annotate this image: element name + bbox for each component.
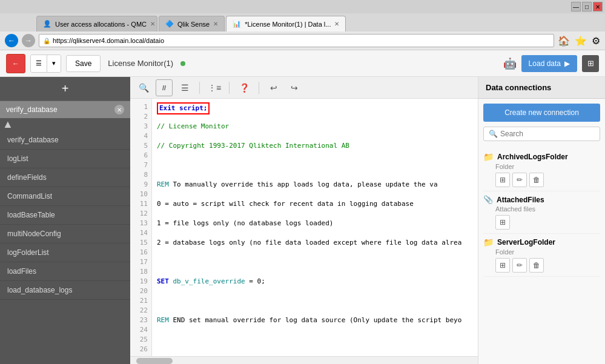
add-section-button[interactable]: + [0, 77, 130, 101]
align-button[interactable]: ⋮≡ [206, 79, 223, 96]
tab-close-2[interactable]: ✕ [213, 21, 218, 27]
sidebar-item-multinodeconfig[interactable]: multiNodeConfig [0, 225, 130, 243]
toolbar-separator-2 [229, 82, 230, 94]
back-button[interactable]: ← [5, 34, 18, 47]
delete-action-server[interactable]: 🗑 [529, 258, 544, 273]
sidebar-item-definefields[interactable]: defineFields [0, 168, 130, 187]
maximize-btn[interactable]: □ [582, 2, 592, 12]
connection-actions-attached: ⊞ [483, 215, 600, 230]
browser-tab-3[interactable]: 📊 *License Monitor(1) | Data l... ✕ [226, 16, 346, 31]
app-toolbar: ← ☰ ▾ Save License Monitor(1) 🤖 Load dat… [0, 50, 605, 77]
sidebar: + verify_database ✕ ▲ verify_database lo… [0, 77, 130, 364]
code-content[interactable]: Exit script; // License Monitor // Copyr… [152, 99, 478, 356]
sidebar-active-tab[interactable]: verify_database ✕ [0, 101, 130, 118]
undo-button[interactable]: ↩ [265, 79, 282, 96]
sidebar-item-label: loadFiles [7, 267, 36, 276]
sidebar-item-loadbasetable[interactable]: loadBaseTable [0, 206, 130, 225]
connection-subtitle-archived: Folder [483, 163, 600, 170]
sidebar-item-label: multiNodeConfig [7, 230, 61, 238]
edit-action-archived[interactable]: ✏ [512, 173, 527, 187]
connection-item-attached: 📎 AttachedFiles Attached files ⊞ [483, 191, 600, 234]
scrollbar-thumb[interactable] [136, 358, 173, 364]
browser-tab-2[interactable]: 🔷 Qlik Sense ✕ [159, 16, 225, 31]
view-toggle-group: ☰ ▾ [30, 55, 61, 73]
connection-name-archived: ArchivedLogsFolder [497, 153, 568, 161]
tab-close-3[interactable]: ✕ [334, 21, 339, 27]
connection-subtitle-server: Folder [483, 248, 600, 256]
sidebar-item-loglist[interactable]: logList [0, 150, 130, 168]
forward-button[interactable]: → [22, 34, 35, 47]
toolbar-separator-3 [259, 82, 259, 94]
plus-icon: + [62, 82, 69, 96]
tab-close-1[interactable]: ✕ [150, 21, 155, 27]
help-button[interactable]: ❓ [236, 79, 253, 96]
list-view-button[interactable]: ☰ [31, 55, 47, 72]
connection-actions-server: ⊞ ✏ 🗑 [483, 258, 600, 273]
sidebar-item-label: defineFields [7, 173, 47, 182]
load-data-button[interactable]: Load data ▶ [521, 55, 577, 72]
connection-subtitle-attached: Attached files [483, 205, 600, 213]
sidebar-item-label: loadBaseTable [7, 211, 55, 219]
table-action-attached[interactable]: ⊞ [495, 215, 510, 230]
search-input[interactable] [500, 130, 595, 138]
code-editor[interactable]: 12345 678910 1112131415 1617181920 21222… [130, 99, 478, 356]
table-action-server[interactable]: ⊞ [495, 258, 510, 273]
connection-item-archived: 📁 ArchivedLogsFolder Folder ⊞ ✏ 🗑 [483, 148, 600, 191]
sidebar-item-load-db-logs[interactable]: load_database_logs [0, 281, 130, 300]
sidebar-item-verify-database[interactable]: verify_database [0, 131, 130, 150]
connections-list: 📁 ArchivedLogsFolder Folder ⊞ ✏ 🗑 📎 Atta… [478, 146, 605, 279]
code-toolbar: 🔍 // ☰ ⋮≡ ❓ ↩ ↪ [130, 77, 478, 99]
settings-icon[interactable]: ⚙ [592, 35, 600, 47]
address-input[interactable]: 🔒 https://qlikserver4.domain.local/datai… [39, 34, 554, 47]
connection-header-server[interactable]: 📁 ServerLogFolder [483, 237, 600, 247]
tab-label-3: *License Monitor(1) | Data l... [245, 21, 331, 28]
sidebar-tab-label: verify_database [6, 105, 58, 114]
tab-favicon-1: 👤 [43, 20, 51, 28]
layout-toggle-button[interactable]: ⊞ [582, 55, 599, 72]
sidebar-item-label: CommandList [7, 192, 52, 200]
save-button[interactable]: Save [66, 55, 101, 72]
delete-action-archived[interactable]: 🗑 [529, 173, 544, 187]
home-icon[interactable]: 🏠 [558, 35, 570, 47]
horizontal-scrollbar[interactable] [130, 356, 478, 364]
toolbar-separator-1 [199, 82, 200, 94]
table-action-archived[interactable]: ⊞ [495, 173, 510, 187]
sidebar-tab-close[interactable]: ✕ [114, 105, 124, 114]
connection-name-server: ServerLogFolder [497, 238, 555, 247]
create-connection-button[interactable]: Create new connection [483, 104, 600, 122]
back-app-button[interactable]: ← [6, 54, 25, 73]
connection-actions-archived: ⊞ ✏ 🗑 [483, 173, 600, 187]
search-icon: 🔍 [489, 130, 498, 138]
sidebar-item-loadfiles[interactable]: loadFiles [0, 262, 130, 281]
sidebar-item-logfolderlist[interactable]: logFolderList [0, 243, 130, 262]
sidebar-item-label: load_database_logs [7, 286, 72, 294]
sidebar-item-commandlist[interactable]: CommandList [0, 187, 130, 206]
edit-action-server[interactable]: ✏ [512, 258, 527, 273]
connection-header-archived[interactable]: 📁 ArchivedLogsFolder [483, 152, 600, 162]
comment-button[interactable]: // [156, 79, 173, 96]
dropdown-toggle-button[interactable]: ▾ [47, 55, 61, 72]
close-btn[interactable]: ✕ [593, 2, 603, 12]
panel-header: Data connections [478, 77, 605, 99]
minimize-btn[interactable]: — [571, 2, 581, 12]
sidebar-item-label: logList [7, 154, 28, 163]
tab-label-1: User access allocations - QMC [55, 21, 147, 28]
sidebar-items-list: verify_database logList defineFields Com… [0, 131, 130, 364]
scroll-up-btn[interactable]: ▲ [2, 118, 13, 131]
chevron-down-icon: ▾ [52, 59, 56, 67]
robot-icon: 🤖 [503, 57, 517, 70]
paperclip-icon-attached: 📎 [483, 195, 493, 204]
redo-button[interactable]: ↪ [286, 79, 303, 96]
star-icon[interactable]: ⭐ [575, 35, 587, 47]
browser-tab-1[interactable]: 👤 User access allocations - QMC ✕ [36, 16, 157, 31]
tab-favicon-2: 🔷 [165, 20, 174, 28]
bookmarks-bar: 🏠 ⭐ ⚙ [558, 35, 600, 47]
main-content: + verify_database ✕ ▲ verify_database lo… [0, 77, 605, 364]
folder-icon-archived: 📁 [483, 152, 494, 162]
line-numbers: 12345 678910 1112131415 1617181920 21222… [130, 99, 152, 356]
connection-header-attached[interactable]: 📎 AttachedFiles [483, 195, 600, 204]
connection-item-server: 📁 ServerLogFolder Folder ⊞ ✏ 🗑 [483, 234, 600, 277]
tab-label-2: Qlik Sense [177, 21, 210, 28]
search-code-button[interactable]: 🔍 [135, 79, 152, 96]
menu-button[interactable]: ☰ [176, 79, 193, 96]
